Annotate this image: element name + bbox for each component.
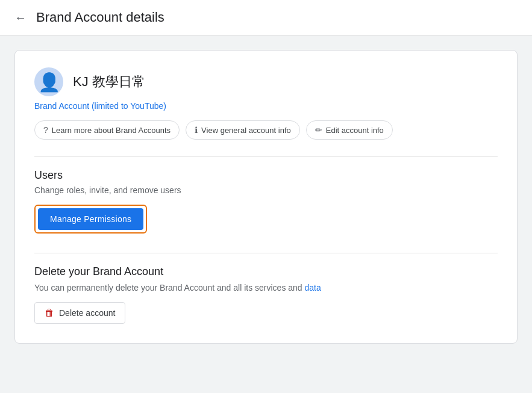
brand-account-card: 👤 KJ 教學日常 Brand Account (limited to YouT… [14, 50, 518, 344]
delete-account-label: Delete account [59, 308, 115, 318]
divider-1 [34, 156, 498, 157]
delete-section-description: You can permanently delete your Brand Ac… [34, 283, 498, 292]
view-info-label: View general account info [201, 126, 291, 135]
page-header: ← Brand Account details [0, 0, 532, 36]
account-name: KJ 教學日常 [73, 73, 145, 91]
trash-icon: 🗑 [45, 308, 54, 318]
page-title: Brand Account details [36, 10, 164, 25]
delete-account-button[interactable]: 🗑 Delete account [34, 302, 125, 324]
edit-icon: ✏ [315, 125, 322, 135]
edit-info-button[interactable]: ✏ Edit account info [306, 120, 393, 140]
avatar: 👤 [34, 67, 63, 96]
avatar-icon: 👤 [38, 72, 60, 93]
back-button[interactable]: ← [14, 11, 27, 25]
edit-info-label: Edit account info [326, 126, 384, 135]
manage-permissions-button[interactable]: Manage Permissions [38, 208, 143, 230]
question-icon: ? [43, 125, 48, 135]
delete-desc-link[interactable]: data [305, 283, 321, 292]
delete-desc-text: You can permanently delete your Brand Ac… [34, 283, 305, 292]
info-icon: ℹ [195, 125, 198, 135]
content-area: 👤 KJ 教學日常 Brand Account (limited to YouT… [0, 36, 532, 393]
view-info-button[interactable]: ℹ View general account info [186, 120, 300, 140]
account-type: Brand Account (limited to YouTube) [34, 101, 498, 111]
users-section-description: Change roles, invite, and remove users [34, 185, 498, 195]
account-header: 👤 KJ 教學日常 [34, 67, 498, 96]
divider-2 [34, 253, 498, 253]
learn-more-button[interactable]: ? Learn more about Brand Accounts [34, 120, 180, 140]
learn-more-label: Learn more about Brand Accounts [52, 126, 171, 135]
users-section-title: Users [34, 169, 498, 182]
delete-section-title: Delete your Brand Account [34, 265, 498, 278]
manage-permissions-wrapper: Manage Permissions [34, 205, 147, 234]
action-buttons: ? Learn more about Brand Accounts ℹ View… [34, 120, 498, 140]
